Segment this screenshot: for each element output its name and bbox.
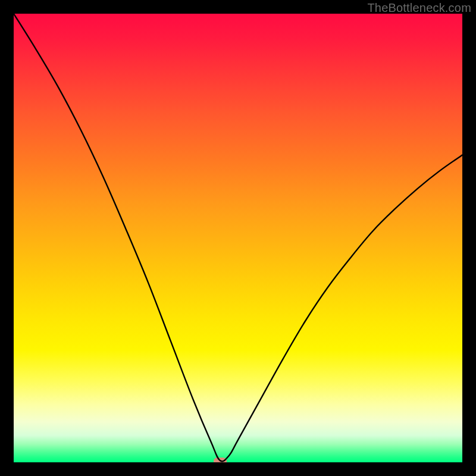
plot-area <box>14 14 462 462</box>
watermark-text: TheBottleneck.com <box>367 1 471 15</box>
bottleneck-curve <box>14 14 462 462</box>
chart-frame: TheBottleneck.com <box>0 0 476 476</box>
